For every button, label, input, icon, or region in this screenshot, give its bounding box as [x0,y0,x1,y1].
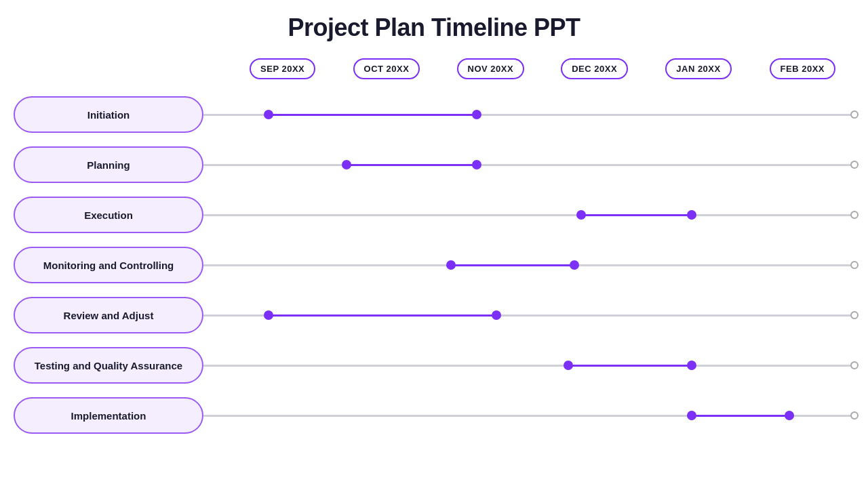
end-marker [850,311,859,319]
end-marker [850,411,859,420]
bar-area [203,347,854,384]
month-pill: JAN 20XX [646,58,750,79]
page-title: Project Plan Timeline PPT [14,14,854,42]
month-pill: DEC 20XX [542,58,646,79]
row-label: Implementation [14,397,203,434]
table-row: Monitoring and Controlling [14,241,854,289]
table-row: Initiation [14,90,854,139]
end-marker [850,110,859,119]
month-pill: FEB 20XX [751,58,854,79]
end-marker [850,361,859,369]
row-label: Execution [14,197,203,233]
row-label: Review and Adjust [14,297,203,333]
bar-area [203,297,854,333]
bar-area [203,397,854,434]
row-label: Monitoring and Controlling [14,247,203,283]
end-marker [850,161,859,169]
bar-area [203,197,854,233]
end-marker [850,261,859,269]
table-row: Review and Adjust [14,291,854,340]
table-row: Planning [14,140,854,189]
end-marker [850,211,859,219]
row-label: Planning [14,146,203,183]
month-headers: SEP 20XXOCT 20XXNOV 20XXDEC 20XXJAN 20XX… [231,58,854,79]
row-label: Testing and Quality Assurance [14,347,203,384]
bar-area [203,146,854,183]
table-row: Execution [14,190,854,239]
gantt-rows: InitiationPlanningExecutionMonitoring an… [14,90,854,481]
row-label: Initiation [14,96,203,133]
month-pill: NOV 20XX [439,58,542,79]
table-row: Testing and Quality Assurance [14,341,854,390]
table-row: Implementation [14,391,854,440]
bar-area [203,247,854,283]
month-pill: SEP 20XX [231,58,334,79]
bar-area [203,96,854,133]
month-pill: OCT 20XX [334,58,438,79]
